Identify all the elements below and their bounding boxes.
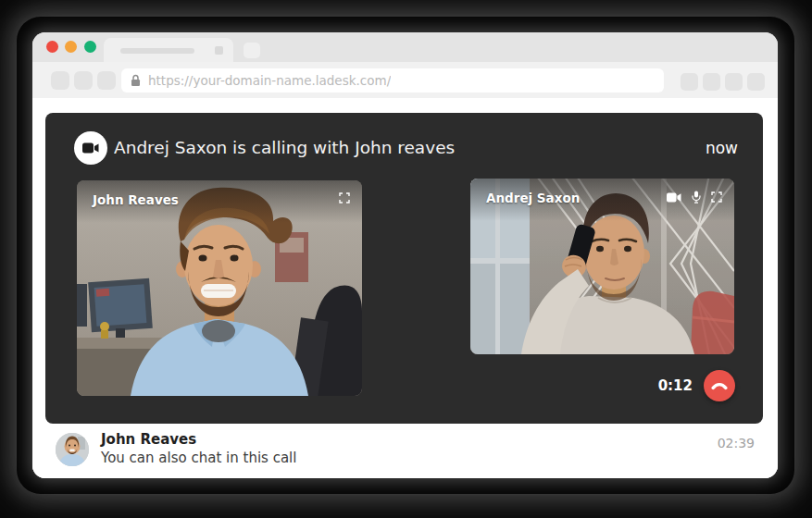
avatar	[56, 433, 89, 466]
forward-button[interactable]	[74, 71, 93, 90]
fullscreen-icon[interactable]	[711, 191, 722, 203]
new-tab-button[interactable]	[244, 43, 260, 58]
toolbar-button-1[interactable]	[681, 73, 698, 91]
video-feed-andrej-saxon: Andrej Saxon	[470, 179, 734, 354]
tab-title-placeholder	[120, 48, 194, 54]
url-input[interactable]: https://your-domain-name.ladesk.com/	[148, 73, 391, 88]
call-received-time: now	[706, 139, 738, 157]
fullscreen-icon[interactable]	[339, 192, 350, 204]
video-feed-john-reaves: John Reaves	[77, 180, 362, 396]
john-reaves-avatar-image	[56, 433, 89, 466]
tab-close-icon[interactable]	[215, 46, 223, 55]
browser-window: https://your-domain-name.ladesk.com/ And…	[32, 32, 778, 478]
call-type-badge	[74, 131, 107, 165]
chat-message-row: John Reaves You can also chat in this ca…	[32, 424, 778, 478]
microphone-toggle-icon[interactable]	[692, 191, 701, 204]
refresh-button[interactable]	[97, 71, 116, 90]
call-title: Andrej Saxon is calling with John reaves	[114, 138, 455, 157]
video-participant-name: John Reaves	[93, 192, 179, 207]
browser-tab[interactable]	[104, 38, 233, 62]
toolbar-button-4[interactable]	[747, 73, 765, 91]
call-duration: 0:12	[658, 377, 693, 394]
page-background: https://your-domain-name.ladesk.com/ And…	[0, 0, 812, 518]
lock-icon	[131, 74, 141, 87]
camera-toggle-icon[interactable]	[667, 192, 681, 203]
browser-titlebar	[32, 32, 778, 62]
call-controls: 0:12	[658, 370, 735, 401]
back-button[interactable]	[51, 71, 69, 90]
video-call-panel: Andrej Saxon is calling with John reaves…	[45, 113, 763, 424]
chat-message-text: You can also chat in this call	[101, 450, 296, 466]
toolbar-button-2[interactable]	[703, 73, 720, 91]
address-bar[interactable]: https://your-domain-name.ladesk.com/	[121, 68, 664, 92]
minimize-window-button[interactable]	[65, 41, 77, 53]
video-camera-icon	[82, 142, 99, 154]
hangup-button[interactable]	[704, 370, 735, 401]
chat-timestamp: 02:39	[718, 436, 755, 450]
hangup-phone-icon	[711, 381, 728, 390]
page-content: Andrej Saxon is calling with John reaves…	[32, 98, 778, 478]
close-window-button[interactable]	[46, 41, 58, 53]
browser-toolbar: https://your-domain-name.ladesk.com/	[32, 62, 778, 98]
video-participant-name: Andrej Saxon	[486, 191, 580, 205]
toolbar-button-3[interactable]	[725, 73, 743, 91]
maximize-window-button[interactable]	[84, 41, 96, 53]
chat-author: John Reaves	[101, 431, 196, 448]
